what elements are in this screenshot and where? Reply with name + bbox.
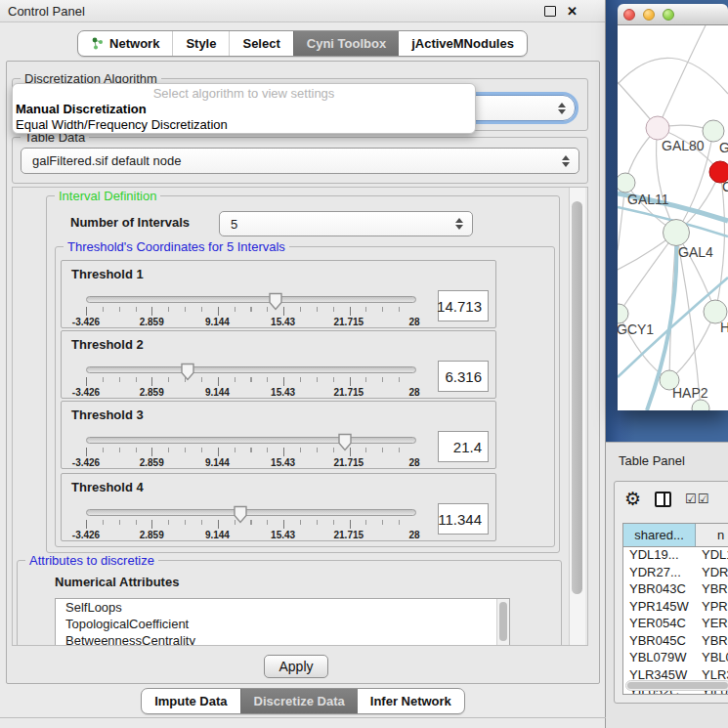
table-hscrollbar[interactable]	[625, 680, 728, 691]
thresholds-group: Threshold's Coordinates for 5 Intervals …	[55, 246, 555, 547]
tab-cyni-toolbox[interactable]: Cyni Toolbox	[293, 31, 399, 56]
attributes-group: Attributes to discretize Numerical Attri…	[17, 560, 562, 646]
threshold-2-value[interactable]: 6.316	[438, 361, 489, 392]
table-panel-title: Table Panel	[619, 453, 685, 468]
network-canvas[interactable]: GAL80 G C GAL11 GAL4 GCY1 H HAP2	[618, 25, 728, 410]
tick-label: 9.144	[205, 317, 230, 327]
float-window-icon[interactable]	[544, 6, 556, 17]
node-gcy1[interactable]	[618, 304, 628, 323]
table-row[interactable]: YBR045CYBR0	[623, 632, 728, 650]
threshold-2-slider[interactable]: -3.4262.8599.14415.4321.71528	[86, 366, 414, 398]
tab-jactivemnodules[interactable]: jActiveMNodules	[399, 31, 527, 56]
attribute-list-item[interactable]: SelfLoops	[56, 599, 509, 616]
select-columns-icon[interactable]: ☑☑	[685, 492, 709, 506]
tab-network[interactable]: Network	[78, 31, 172, 56]
cell-name[interactable]: YBR0	[696, 633, 728, 648]
numerical-attributes-list[interactable]: SelfLoopsTopologicalCoefficientBetweenne…	[55, 598, 510, 646]
cell-shared-name[interactable]: YBR043C	[623, 581, 696, 596]
settings-scrollbar[interactable]	[569, 188, 585, 645]
slider-track[interactable]	[86, 296, 416, 303]
cell-name[interactable]: YDR2	[696, 565, 728, 579]
tick-label: 9.144	[205, 457, 230, 468]
threshold-1-value[interactable]: 14.713	[438, 290, 489, 321]
tab-style[interactable]: Style	[172, 31, 229, 56]
slider-tick-labels: -3.4262.8599.14415.4321.71528	[86, 530, 414, 541]
cell-name[interactable]: YBR0	[696, 581, 728, 596]
svg-text:G: G	[719, 140, 728, 155]
threshold-1-slider[interactable]: -3.4262.8599.14415.4321.71528	[86, 296, 414, 327]
apply-button[interactable]: Apply	[264, 655, 328, 678]
table-row[interactable]: YDL19...YDL1	[623, 546, 728, 564]
attribute-list-item[interactable]: TopologicalCoefficient	[56, 616, 509, 632]
table-data-select[interactable]: galFiltered.sif default node	[21, 148, 579, 174]
table-data-value: galFiltered.sif default node	[32, 153, 181, 168]
cell-shared-name[interactable]: YBL079W	[623, 650, 696, 664]
node-gal11[interactable]	[618, 173, 635, 193]
scrollbar-thumb[interactable]	[572, 201, 582, 594]
slider-tick-labels: -3.4262.8599.14415.4321.71528	[86, 457, 414, 469]
column-layout-icon[interactable]	[655, 492, 671, 507]
threshold-4-slider[interactable]: -3.4262.8599.14415.4321.71528	[86, 509, 414, 540]
attribute-list-item[interactable]: BetweennessCentrality	[56, 632, 509, 646]
svg-text:GAL80: GAL80	[662, 138, 705, 153]
number-of-intervals-label: Number of Intervals	[70, 215, 190, 230]
cell-name[interactable]: YER0	[696, 616, 728, 630]
tick-label: -3.426	[72, 457, 100, 468]
tick-label: 9.144	[205, 530, 230, 540]
node-gal4[interactable]	[664, 220, 690, 246]
slider-track[interactable]	[86, 509, 416, 516]
threshold-3-panel: Threshold 3 -3.4262.8599.14415.4321.7152…	[61, 401, 496, 469]
thresholds-group-title: Threshold's Coordinates for 5 Intervals	[64, 239, 289, 254]
stepper-icon	[455, 218, 463, 230]
close-traffic-light[interactable]	[623, 9, 635, 21]
threshold-1-label: Threshold 1	[71, 267, 144, 281]
cell-shared-name[interactable]: YER054C	[623, 616, 696, 630]
close-icon[interactable]: ✕	[567, 5, 578, 18]
slider-track[interactable]	[86, 437, 416, 444]
zoom-traffic-light[interactable]	[663, 9, 674, 21]
tab-impute-data[interactable]: Impute Data	[142, 689, 239, 713]
cell-shared-name[interactable]: YPR145W	[623, 599, 696, 614]
slider-track[interactable]	[86, 366, 416, 373]
column-header-name[interactable]: n	[696, 524, 728, 546]
threshold-3-slider[interactable]: -3.4262.8599.14415.4321.71528	[86, 437, 414, 468]
tab-select[interactable]: Select	[229, 31, 292, 56]
stepper-icon	[558, 103, 566, 114]
minimize-traffic-light[interactable]	[643, 9, 655, 21]
interval-definition-group: Interval Definition Number of Intervals …	[46, 195, 560, 553]
attributes-group-title: Attributes to discretize	[25, 553, 158, 568]
column-header-shared-name[interactable]: shared...	[623, 524, 696, 546]
cell-shared-name[interactable]: YDR27...	[623, 565, 696, 579]
table-row[interactable]: YBL079WYBL0	[623, 649, 728, 666]
tick-label: 21.715	[334, 317, 364, 327]
list-scrollbar[interactable]	[496, 599, 509, 646]
slider-ticks	[86, 448, 415, 456]
gear-icon[interactable]: ⚙	[624, 490, 641, 508]
node-bottom[interactable]	[692, 400, 709, 410]
hscroll-thumb[interactable]	[627, 682, 728, 689]
cell-name[interactable]: YBL0	[696, 650, 728, 664]
node-gal80[interactable]	[646, 116, 669, 140]
table-row[interactable]: YPR145WYPR1	[623, 598, 728, 616]
table-row[interactable]: YBR043CYBR0	[623, 580, 728, 598]
node-gal1[interactable]	[703, 120, 724, 142]
cell-shared-name[interactable]: YBR045C	[623, 633, 696, 648]
threshold-3-value[interactable]: 21.4	[438, 431, 489, 462]
tick-label: 15.43	[271, 317, 295, 327]
option-equal-width-frequency[interactable]: Equal Width/Frequency Discretization	[13, 117, 475, 133]
cell-name[interactable]: YPR1	[696, 599, 728, 614]
tick-label: 21.715	[334, 387, 364, 398]
number-of-intervals-select[interactable]: 5	[219, 211, 473, 236]
network-view-window: GAL80 G C GAL11 GAL4 GCY1 H HAP2	[618, 4, 728, 410]
svg-text:GCY1: GCY1	[618, 321, 654, 337]
cell-name[interactable]: YDL1	[696, 547, 728, 562]
threshold-4-value[interactable]: 11.344	[438, 503, 489, 535]
table-row[interactable]: YER054CYER0	[623, 615, 728, 632]
cell-shared-name[interactable]: YDL19...	[623, 547, 696, 562]
node-table[interactable]: shared... n YDL19...YDL1YDR27...YDR2YBR0…	[622, 523, 728, 695]
option-manual-discretization[interactable]: Manual Discretization	[13, 102, 475, 117]
tab-discretize-data[interactable]: Discretize Data	[240, 689, 358, 713]
table-row[interactable]: YDR27...YDR2	[623, 564, 728, 581]
tab-infer-network[interactable]: Infer Network	[358, 689, 464, 713]
table-data-group: Table Data galFiltered.sif default node	[12, 137, 588, 184]
